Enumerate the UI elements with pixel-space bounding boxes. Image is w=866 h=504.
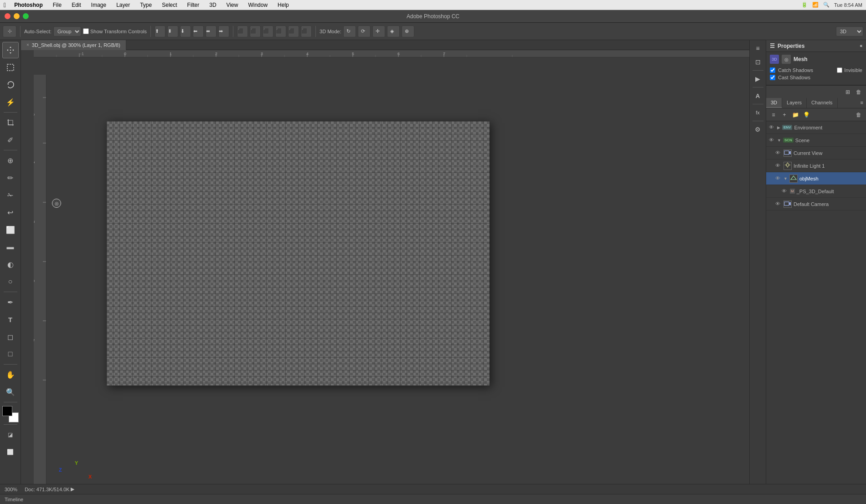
layer-folder-button[interactable]: 📁 xyxy=(791,110,800,119)
layer-eye-objmesh[interactable]: 👁 xyxy=(775,175,782,182)
layer-delete-button[interactable]: 🗑 xyxy=(854,110,863,119)
close-button[interactable] xyxy=(5,13,10,19)
path-select-tool[interactable]: ◻ xyxy=(2,329,19,345)
align-hcenter-button[interactable]: ⬌ xyxy=(206,26,216,37)
wand-tool[interactable]: ⚡ xyxy=(2,94,19,110)
canvas-content[interactable]: 0 1 2 3 4 ◎ xyxy=(34,57,749,484)
gradient-tool[interactable]: ▬ xyxy=(2,239,19,255)
hand-tool[interactable]: ✋ xyxy=(2,366,19,383)
transform-controls-checkbox[interactable] xyxy=(83,28,89,34)
layer-default-camera[interactable]: 👁 Default Camera xyxy=(766,198,866,211)
layer-eye-material[interactable]: 👁 xyxy=(782,188,788,195)
panel-icon-layers[interactable]: ≡ xyxy=(752,42,764,55)
menu-edit[interactable]: Edit xyxy=(70,1,83,9)
panel-icon-tools[interactable]: ⚙ xyxy=(752,123,764,136)
layer-material[interactable]: 👁 M _PS_3D_Default xyxy=(766,185,866,198)
menu-file[interactable]: File xyxy=(51,1,63,9)
history-brush[interactable]: ↩ xyxy=(2,204,19,221)
panel-icon-arrow[interactable]: ▶ xyxy=(752,72,764,85)
menu-window[interactable]: Window xyxy=(246,1,269,9)
invisible-checkbox[interactable] xyxy=(837,67,842,73)
properties-footer-trash[interactable]: 🗑 xyxy=(854,87,863,97)
layer-objmesh[interactable]: 👁 ▼ objMesh xyxy=(766,172,866,185)
distribute-top-button[interactable]: ⬛ xyxy=(237,26,248,37)
layer-eye-light-1[interactable]: 👁 xyxy=(775,163,782,169)
tab-channels[interactable]: Channels xyxy=(807,98,837,108)
move-tool-button[interactable]: ⊹ xyxy=(3,26,16,37)
eyedropper-tool[interactable]: ✐ xyxy=(2,132,19,148)
menu-view[interactable]: View xyxy=(225,1,240,9)
move-tool[interactable] xyxy=(2,42,19,58)
shape-tool[interactable]: □ xyxy=(2,346,19,362)
cast-shadows-checkbox[interactable] xyxy=(770,75,775,80)
3d-slide-button[interactable]: ◈ xyxy=(387,26,400,37)
layer-triangle-environment[interactable]: ▶ xyxy=(777,125,780,130)
eraser-tool[interactable]: ⬜ xyxy=(2,221,19,238)
distribute-h-button[interactable]: ⬛ xyxy=(288,26,299,37)
menu-layer[interactable]: Layer xyxy=(114,1,132,9)
align-right-button[interactable]: ➡ xyxy=(218,26,229,37)
transform-controls-label[interactable]: Show Transform Controls xyxy=(83,28,147,34)
layer-triangle-scene[interactable]: ▼ xyxy=(777,138,781,143)
apple-menu[interactable]:  xyxy=(4,1,6,9)
layer-light-btn[interactable]: 💡 xyxy=(802,110,811,119)
panel-icon-type[interactable]: A xyxy=(752,89,764,102)
layer-triangle-objmesh[interactable]: ▼ xyxy=(784,176,788,181)
lasso-tool[interactable] xyxy=(2,77,19,93)
maximize-button[interactable] xyxy=(23,13,29,19)
tab-layers[interactable]: Layers xyxy=(782,98,807,108)
menu-select[interactable]: Select xyxy=(160,1,179,9)
layer-eye-default-camera[interactable]: 👁 xyxy=(775,201,782,207)
app-name[interactable]: Photoshop xyxy=(12,1,45,9)
align-bottom-button[interactable]: ⬇ xyxy=(180,26,191,37)
layer-eye-scene[interactable]: 👁 xyxy=(769,137,775,144)
pen-tool[interactable]: ✒ xyxy=(2,294,19,310)
doc-info-arrow[interactable]: ▶ xyxy=(71,486,74,492)
document-tab[interactable]: × 3D_Shell.obj @ 300% (Layer 1, RGB/8) xyxy=(21,40,126,50)
layer-new-button[interactable]: + xyxy=(780,110,789,119)
panel-menu-button[interactable]: ≡ xyxy=(858,98,866,108)
menu-image[interactable]: Image xyxy=(89,1,108,9)
zoom-tool[interactable]: 🔍 xyxy=(2,384,19,400)
align-top-button[interactable]: ⬆ xyxy=(155,26,165,37)
align-left-button[interactable]: ⬅ xyxy=(193,26,204,37)
layer-light-1[interactable]: 👁 Infinite Light 1 xyxy=(766,159,866,172)
dodge-tool[interactable]: ○ xyxy=(2,273,19,290)
search-icon[interactable]: 🔍 xyxy=(823,2,830,8)
layer-eye-environment[interactable]: 👁 xyxy=(769,124,775,131)
color-swatches[interactable] xyxy=(2,406,19,422)
menu-3d[interactable]: 3D xyxy=(207,1,218,9)
tab-close[interactable]: × xyxy=(26,42,29,47)
properties-footer-grid[interactable]: ⊞ xyxy=(843,87,852,97)
foreground-color-swatch[interactable] xyxy=(2,406,12,416)
distribute-bottom-button[interactable]: ⬛ xyxy=(263,26,273,37)
align-vcenter-button[interactable]: ⬍ xyxy=(167,26,178,37)
menu-type[interactable]: Type xyxy=(138,1,154,9)
3d-pan-button[interactable]: ✛ xyxy=(372,26,385,37)
tab-3d[interactable]: 3D xyxy=(766,98,782,108)
layer-environment[interactable]: 👁 ▶ ENV Environment xyxy=(766,121,866,134)
properties-expand[interactable]: « xyxy=(860,43,862,48)
heal-tool[interactable]: ⊕ xyxy=(2,152,19,169)
brush-tool[interactable]: ✏ xyxy=(2,170,19,186)
distribute-v-button[interactable]: ⬛ xyxy=(250,26,261,37)
3d-rotate-button[interactable]: ↻ xyxy=(343,26,356,37)
distribute-right-button[interactable]: ⬛ xyxy=(301,26,312,37)
layer-current-view[interactable]: 👁 Current View xyxy=(766,147,866,159)
blur-tool[interactable]: ◐ xyxy=(2,256,19,273)
view-dropdown[interactable]: 3D xyxy=(836,26,863,36)
catch-shadows-checkbox[interactable] xyxy=(770,67,775,73)
panel-icon-adjustments[interactable]: ⊡ xyxy=(752,56,764,68)
3d-scale-button[interactable]: ⊕ xyxy=(402,26,414,37)
layer-filter-button[interactable]: ≡ xyxy=(769,110,778,119)
auto-select-dropdown[interactable]: Group Layer xyxy=(53,26,81,36)
menu-help[interactable]: Help xyxy=(276,1,291,9)
minimize-button[interactable] xyxy=(14,13,20,19)
panel-icon-style[interactable]: fx xyxy=(752,106,764,119)
crop-tool[interactable] xyxy=(2,114,19,131)
clone-tool[interactable]: ✁ xyxy=(2,187,19,203)
document-canvas[interactable]: ⊹ xyxy=(107,121,490,386)
distribute-left-button[interactable]: ⬛ xyxy=(275,26,286,37)
layer-eye-current-view[interactable]: 👁 xyxy=(775,150,782,156)
marquee-tool[interactable] xyxy=(2,59,19,76)
